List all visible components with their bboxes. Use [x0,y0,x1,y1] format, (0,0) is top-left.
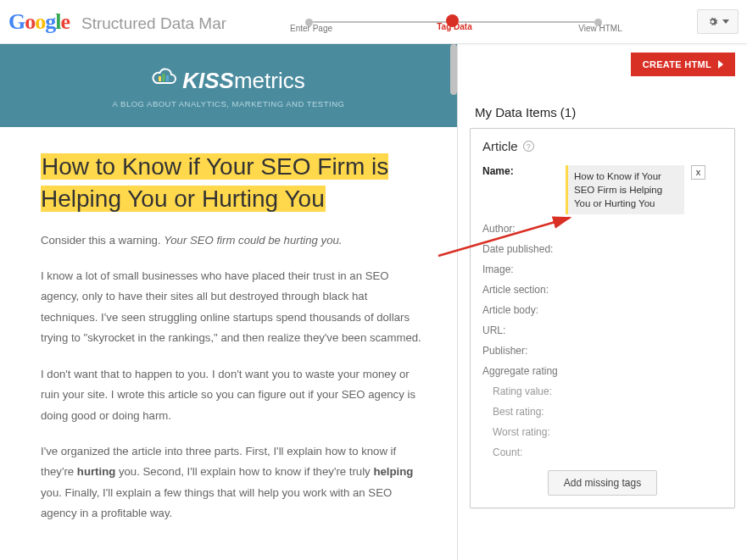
site-header: KISSmetrics A BLOG ABOUT ANALYTICS, MARK… [0,44,457,127]
card-title: Article ? [482,139,722,153]
field-article-body[interactable]: Article body: [482,304,722,316]
article-title[interactable]: How to Know if Your SEO Firm is Helping … [41,151,425,215]
article-paragraph[interactable]: I've organized the article into three pa… [41,441,425,524]
add-missing-tags-button[interactable]: Add missing tags [548,470,657,496]
app-title: Structured Data Mar [81,14,226,33]
field-publisher[interactable]: Publisher: [482,345,722,357]
step-view-html[interactable]: View HTML [594,19,602,26]
field-author[interactable]: Author: [482,223,722,235]
kissmetrics-cloud-icon [152,68,177,94]
field-best-rating[interactable]: Best rating: [493,406,722,418]
svg-rect-0 [159,76,161,81]
field-url[interactable]: URL: [482,324,722,336]
article-paragraph[interactable]: I don't want that to happen to you. I do… [41,364,425,426]
content-preview-pane[interactable]: KISSmetrics A BLOG ABOUT ANALYTICS, MARK… [0,44,458,560]
field-rating-value[interactable]: Rating value: [493,385,722,397]
name-value-tag[interactable]: How to Know if Your SEO Firm is Helping … [566,165,684,214]
create-html-button[interactable]: CREATE HTML [631,53,735,76]
field-date-published[interactable]: Date published: [482,243,722,255]
article-paragraph[interactable]: I know a lot of small businesses who hav… [41,266,425,349]
remove-tag-button[interactable]: x [691,165,705,180]
settings-button[interactable] [697,9,739,34]
svg-rect-1 [163,74,165,81]
article-paragraph[interactable]: Consider this a warning. Your SEO firm c… [41,230,425,251]
gear-icon [706,15,719,28]
chevron-down-icon [722,19,729,24]
google-logo: Google Structured Data Mar [8,9,226,35]
field-name: Name: How to Know if Your SEO Firm is He… [482,165,722,214]
data-items-pane: CREATE HTML My Data Items (1) Article ? … [458,44,747,560]
field-count[interactable]: Count: [493,446,722,458]
field-image[interactable]: Image: [482,263,722,275]
site-tagline: A BLOG ABOUT ANALYTICS, MARKETING AND TE… [8,99,449,108]
step-tag-data[interactable]: Tag Data [449,17,459,27]
svg-rect-2 [166,75,169,81]
wizard-stepper: Enter Page Tag Data View HTML [305,0,602,44]
side-panel-title: My Data Items (1) [470,76,735,128]
field-aggregate-rating[interactable]: Aggregate rating [482,365,722,377]
chevron-right-icon [718,60,723,69]
article-schema-card: Article ? Name: How to Know if Your SEO … [470,128,735,508]
step-enter-page[interactable]: Enter Page [305,19,313,26]
field-worst-rating[interactable]: Worst rating: [493,426,722,438]
help-icon[interactable]: ? [523,141,534,152]
scrollbar[interactable] [450,44,457,95]
field-article-section[interactable]: Article section: [482,284,722,296]
